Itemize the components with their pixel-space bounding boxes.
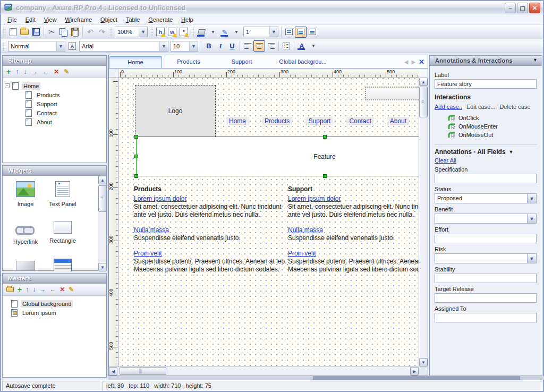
move-up-icon[interactable]: ↑ [26,286,29,293]
scrollbar-thumb[interactable] [419,87,428,117]
line-color-button[interactable]: ✎ [219,27,231,38]
support-column[interactable]: Support Lorem ipsum dolor Sit amet, cons… [288,185,419,281]
selection-handle[interactable] [323,135,327,139]
widgets-scrollbar[interactable]: ▲ ▼ [98,176,106,271]
wireframe-link[interactable]: Lorem ipsum dolor [288,195,341,202]
minimize-button[interactable]: – [505,3,516,13]
selection-handle[interactable] [323,174,327,178]
nav-link-products[interactable]: Products [262,117,292,125]
feature-rectangle-selected[interactable]: Feature [136,137,419,176]
paste-button[interactable] [69,27,81,38]
expander-icon[interactable]: − [5,83,10,88]
edit-page-icon[interactable]: ✎ [64,69,69,75]
toolbar-grip[interactable] [191,27,194,37]
italic-button[interactable]: I [215,40,226,52]
widget-image[interactable]: Image [7,181,44,207]
new-folder-icon[interactable] [6,287,14,292]
cut-button[interactable]: ✂ [46,27,57,38]
delete-page-icon[interactable]: ✕ [54,69,59,75]
line-color-dropdown[interactable]: ▼ [231,27,242,38]
chevron-down-icon[interactable]: ▼ [527,214,536,223]
masters-panel-header[interactable]: Masters [3,274,106,284]
toolbar-grip[interactable] [3,41,5,51]
wireframe-link[interactable]: Lorem ipsum dolor [134,195,186,202]
align-left-button[interactable] [242,40,253,52]
widget-button[interactable] [7,261,44,271]
move-up-icon[interactable]: ↑ [15,69,19,75]
canvas-vertical-scrollbar[interactable]: ▲ ▼ [419,78,428,367]
add-case-link[interactable]: Add case.. [435,104,462,110]
menu-file[interactable]: File [3,15,21,24]
move-down-icon[interactable]: ↓ [32,286,36,293]
save-button[interactable] [30,27,42,38]
font-color-button[interactable]: A [296,40,308,52]
wireframe-link[interactable]: Nulla massa [288,226,323,234]
move-down-icon[interactable]: ↓ [23,69,27,75]
open-button[interactable] [19,27,30,38]
selection-handle[interactable] [134,174,138,178]
style-dropdown-icon[interactable]: ▼ [56,41,65,51]
valign-bottom-button[interactable] [307,27,318,38]
tab-global-background[interactable]: Global backgrou... [268,56,337,68]
workspace-scroll-strip[interactable] [108,376,544,380]
align-center-button[interactable] [253,40,265,52]
fill-color-dropdown[interactable]: ▼ [207,27,219,38]
scroll-left-icon[interactable]: ◀ [109,367,117,376]
generate-html-button[interactable]: h [155,27,166,38]
sitemap-panel-header[interactable]: Sitemap [3,56,106,66]
chevron-down-icon[interactable]: ▼ [527,194,536,203]
widgets-panel-header[interactable]: Widgets [3,166,106,176]
valign-middle-button[interactable] [295,27,307,38]
nav-link-support[interactable]: Support [305,117,333,125]
scrollbar-thumb[interactable] [98,185,106,212]
widget-rectangle[interactable]: Rectangle [44,221,81,244]
logo-placeholder[interactable]: Logo [135,85,216,137]
edit-case-link[interactable]: Edit case... [466,104,495,110]
toolbar-grip[interactable] [150,27,153,37]
status-select[interactable]: Proposed ▼ [435,193,537,203]
event-onclick[interactable]: OnClick [447,114,537,122]
add-master-icon[interactable]: + [18,286,22,293]
nav-link-about[interactable]: About [387,117,409,125]
nav-link-contact[interactable]: Contact [346,117,373,125]
outdent-left-icon[interactable]: ← [49,286,56,293]
menu-help[interactable]: Help [177,15,198,24]
tab-home[interactable]: Home [109,56,162,68]
font-size-combobox[interactable]: 10 ▼ [171,41,198,52]
toolbar-grip[interactable] [3,27,5,37]
widget-text-panel[interactable]: Text Panel [44,181,81,207]
risk-select[interactable]: ▼ [435,253,537,263]
menu-table[interactable]: Table [122,15,144,24]
menu-view[interactable]: View [40,15,61,24]
line-width-dropdown-icon[interactable]: ▼ [269,27,278,37]
generate-prototype-button[interactable]: * [178,27,190,38]
toolbar-grip[interactable] [109,27,112,37]
scroll-indicator[interactable] [313,376,520,380]
wireframe-link[interactable]: Proin velit [288,250,316,257]
specification-input[interactable] [435,174,537,183]
sitemap-item-support[interactable]: Support [5,99,104,108]
underline-button[interactable]: U [226,40,238,52]
menu-wireframe[interactable]: Wireframe [61,15,96,24]
target-release-input[interactable] [435,293,537,303]
tab-scroll-left-icon[interactable]: ◀ [404,59,409,65]
close-button[interactable]: ✕ [529,3,540,13]
scrollbar-thumb[interactable] [120,367,166,375]
all-fields-collapse-icon[interactable]: ▼ [509,149,514,155]
delete-master-icon[interactable]: ✕ [60,286,65,293]
nav-link-home[interactable]: Home [226,117,249,125]
font-color-dropdown[interactable]: ▼ [308,40,319,52]
menu-object[interactable]: Object [96,15,122,24]
wireframe-canvas[interactable]: Logo Home Products Support Contact About… [118,78,419,367]
tab-scroll-right-icon[interactable]: ▶ [411,59,415,65]
chevron-down-icon[interactable]: ▼ [527,254,536,263]
align-right-button[interactable] [265,40,277,52]
sitemap-item-home[interactable]: − Home [5,81,104,90]
products-column[interactable]: Products Lorem ipsum dolor Sit amet, con… [134,185,290,281]
generate-word-button[interactable]: w [166,27,178,38]
scroll-down-icon[interactable]: ▼ [419,358,428,367]
event-onmouseenter[interactable]: OnMouseEnter [447,122,537,131]
master-item-global-background[interactable]: Global background [5,299,104,308]
scroll-down-icon[interactable]: ▼ [98,263,106,271]
sitemap-item-products[interactable]: Products [5,90,104,99]
